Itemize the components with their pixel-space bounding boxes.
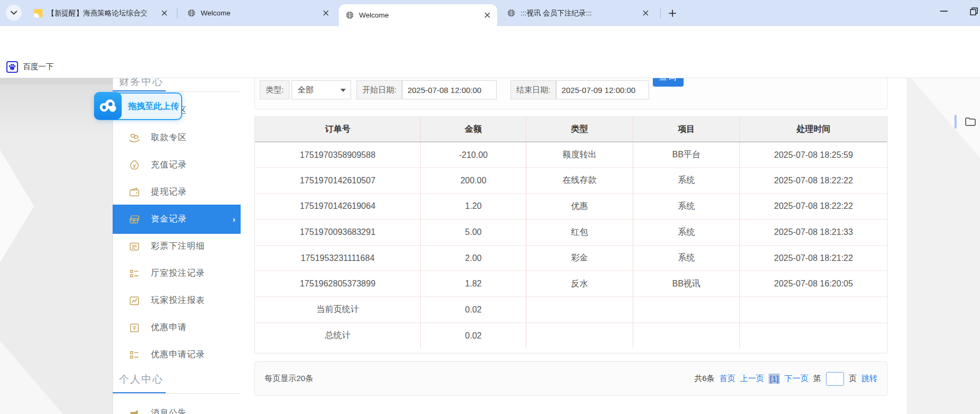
table-cell: 当前页统计 [255,297,421,323]
browser-toolbar: js13.cc/hhcp/usercenter.html?iniType=6 [0,26,980,55]
first-page-link[interactable]: 首页 [719,374,735,384]
restore-button[interactable] [961,0,980,22]
sidebar-item-优惠申请[interactable]: 优惠申请 [113,314,241,341]
table-cell: 2025-07-08 18:21:33 [740,219,887,246]
sidebar-item-消息公告[interactable]: 消息公告 [113,400,241,414]
sidebar-item-彩票下注明细[interactable]: 彩票下注明细 [113,233,241,260]
table-row: 1751970358909588-210.00额度转出BB平台2025-07-0… [255,142,887,168]
restore-icon [970,7,978,15]
minimize-button[interactable] [932,0,956,22]
sidebar-item-充值记录[interactable]: 充值记录 [113,151,241,179]
end-date-label: 结束日期: [510,80,556,99]
tab-title: 【新提醒】海燕策略论坛综合交 [47,9,156,18]
type-filter-label: 类型: [260,80,289,99]
tab-strip: 【新提醒】海燕策略论坛综合交 Welcome Welcome :::视讯 会员下… [0,0,980,26]
table-cell: 1751970142610507 [255,168,421,194]
sidebar-item-优惠申请记录[interactable]: 优惠申请记录 [113,341,241,368]
start-date-input[interactable] [402,80,497,99]
end-date-input[interactable] [556,80,649,99]
lottery-detail-icon [129,241,140,252]
prev-page-link[interactable]: 上一页 [740,374,764,384]
tab-video-records[interactable]: :::视讯 会员下注纪录::: [500,0,655,26]
table-cell: 1.20 [421,193,526,219]
background-triangle [0,150,34,263]
table-cell: 红包 [526,219,633,246]
section-underline [113,91,241,92]
cashout-record-icon [129,187,140,198]
background-triangle [0,341,64,414]
table-cell [633,297,740,323]
bookmark-label: 百度一下 [23,62,54,72]
sidebar-item-label: 资金记录 [151,214,187,225]
sidebar-item-提现记录[interactable]: 提现记录 [113,179,241,206]
baidu-netdisk-icon [94,92,122,120]
table-cell: 系统 [633,245,740,271]
netdisk-drop-label: 拖拽至此上传 [128,101,179,112]
promo-apply-icon [129,322,140,334]
table-cell: 彩金 [526,245,633,271]
chevron-right-icon: › [233,215,235,224]
close-icon[interactable] [641,9,650,18]
tab-welcome-1[interactable]: Welcome [181,0,336,26]
table-cell: 优惠 [526,193,633,219]
table-summary-row: 当前页统计0.02 [255,297,887,323]
jump-button[interactable]: 跳转 [862,374,877,384]
forum-yellow-icon [34,9,42,18]
tab-welcome-active[interactable]: Welcome [339,4,497,26]
next-page-link[interactable]: 下一页 [785,374,808,384]
sidebar-item-label: 消息公告 [151,408,187,414]
table-cell: 总统计 [255,323,421,349]
tab-separator [177,8,177,19]
tab-forum[interactable]: 【新提醒】海燕策略论坛综合交 [28,0,174,26]
tab-title: Welcome [201,9,318,17]
sidebar-item-label: 彩票下注明细 [151,241,205,252]
table-row: 17519700936832915.00红包系统2025-07-08 18:21… [255,219,887,246]
table-cell [633,323,740,349]
close-icon[interactable] [321,9,330,18]
announcement-icon [129,408,140,414]
table-cell: 反水 [526,271,633,297]
bookmark-baidu[interactable]: 百度一下 [6,60,54,74]
baidu-netdisk-drop-overlay[interactable]: 拖拽至此上传 [94,92,182,120]
globe-icon [187,9,196,18]
tab-search-button[interactable] [6,5,22,21]
table-cell: BB平台 [633,142,740,168]
pagination-bar: 每页显示20条 共6条 首页 上一页 [1] 下一页 第 页 跳转 [254,361,888,396]
jump-prefix-label: 第 [813,374,821,384]
table-cell: 2025-07-08 18:21:22 [740,245,887,271]
type-select-value: 全部 [297,85,313,95]
table-cell: 1751970093683291 [255,219,421,246]
start-date-label: 开始日期: [356,80,402,99]
table-cell: 1751953231111684 [255,245,421,271]
sidebar-item-资金记录[interactable]: 资金记录› [113,205,241,234]
table-cell: 系统 [633,193,740,219]
table-row: 17519532311116842.00彩金系统2025-07-08 18:21… [255,245,887,271]
column-header: 订单号 [255,117,421,142]
column-header: 类型 [526,117,633,142]
player-report-icon [129,295,140,307]
table-cell: 2025-07-08 18:22:22 [740,168,887,194]
table-cell: 200.00 [421,168,526,194]
section-underline [113,393,241,394]
tab-title: Welcome [359,11,479,19]
bookmarks-folder-button[interactable] [962,114,978,130]
close-icon[interactable] [159,9,169,18]
promo-record-icon [129,349,140,361]
bookmarks-bar: 百度一下 [0,55,980,78]
table-row: 17519628053738991.82反水BB视讯2025-07-08 16:… [255,271,887,297]
column-header: 项目 [633,117,740,142]
sidebar-item-取款专区[interactable]: 取款专区 [113,124,241,151]
chevron-down-icon [340,89,346,92]
table-summary-row: 总统计0.02 [255,323,887,349]
close-icon[interactable] [482,11,492,20]
sidebar-item-厅室投注记录[interactable]: 厅室投注记录 [113,260,241,287]
column-header: 处理时间 [740,117,887,142]
table-cell [740,297,887,323]
new-tab-button[interactable] [665,6,679,20]
background-band [0,78,113,85]
withdraw-icon [129,132,140,144]
jump-page-input[interactable] [826,372,844,386]
type-select[interactable]: 全部 [292,80,351,99]
table-cell [526,297,633,323]
sidebar-item-玩家投注报表[interactable]: 玩家投注报表 [113,287,241,314]
